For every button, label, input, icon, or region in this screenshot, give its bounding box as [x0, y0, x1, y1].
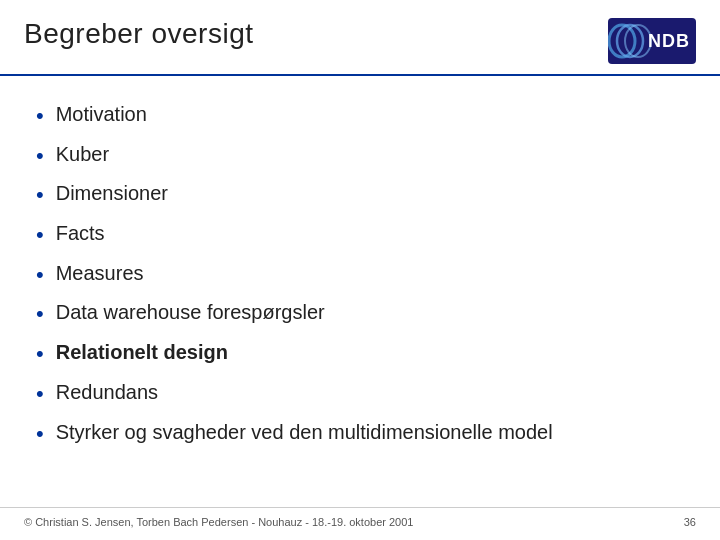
bullet-text: Motivation — [56, 101, 147, 128]
list-item: •Dimensioner — [36, 175, 684, 215]
bullet-dot-icon: • — [36, 379, 44, 409]
bullet-text: Redundans — [56, 379, 158, 406]
slide: Begreber oversigt NDB •Motivation•Kuber•… — [0, 0, 720, 540]
list-item: •Facts — [36, 215, 684, 255]
slide-title: Begreber oversigt — [24, 18, 254, 50]
logo-text: NDB — [648, 31, 690, 52]
list-item: •Kuber — [36, 136, 684, 176]
bullet-dot-icon: • — [36, 339, 44, 369]
slide-footer: © Christian S. Jensen, Torben Bach Peder… — [0, 507, 720, 528]
bullet-dot-icon: • — [36, 180, 44, 210]
bullet-text: Data warehouse forespørgsler — [56, 299, 325, 326]
list-item: •Relationelt design — [36, 334, 684, 374]
bullet-text: Kuber — [56, 141, 109, 168]
bullet-dot-icon: • — [36, 141, 44, 171]
ndb-logo: NDB — [608, 18, 696, 64]
footer-page: 36 — [684, 516, 696, 528]
slide-content: •Motivation•Kuber•Dimensioner•Facts•Meas… — [0, 76, 720, 463]
bullet-text: Dimensioner — [56, 180, 168, 207]
bullet-text: Measures — [56, 260, 144, 287]
footer-copyright: © Christian S. Jensen, Torben Bach Peder… — [24, 516, 413, 528]
bullet-dot-icon: • — [36, 260, 44, 290]
bullet-dot-icon: • — [36, 101, 44, 131]
bullet-list: •Motivation•Kuber•Dimensioner•Facts•Meas… — [36, 96, 684, 453]
bullet-dot-icon: • — [36, 419, 44, 449]
list-item: •Data warehouse forespørgsler — [36, 294, 684, 334]
bullet-dot-icon: • — [36, 220, 44, 250]
bullet-text: Facts — [56, 220, 105, 247]
list-item: •Motivation — [36, 96, 684, 136]
bullet-text: Styrker og svagheder ved den multidimens… — [56, 419, 553, 446]
list-item: •Measures — [36, 255, 684, 295]
list-item: •Redundans — [36, 374, 684, 414]
list-item: •Styrker og svagheder ved den multidimen… — [36, 414, 684, 454]
slide-header: Begreber oversigt NDB — [0, 0, 720, 76]
bullet-dot-icon: • — [36, 299, 44, 329]
bullet-text: Relationelt design — [56, 339, 228, 366]
